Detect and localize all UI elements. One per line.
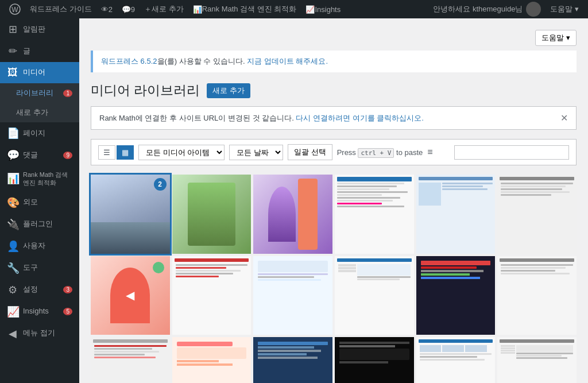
media-item[interactable] [172,175,252,254]
media-item[interactable] [172,337,252,383]
media-item[interactable] [335,256,414,335]
media-item[interactable]: ◀ [91,256,170,335]
plus-icon: ＋ [144,4,152,14]
sidebar-item-insights[interactable]: 📈 Insights 5 [0,301,79,323]
visit-icon: 👁 [101,5,109,14]
admin-bar: W 워드프레스 가이드 👁 2 💬 9 ＋ 새로 추가 📊 Rank Math … [0,0,588,18]
media-item[interactable] [335,337,414,383]
sidebar-label-comments: 댓글 [23,150,38,160]
sidebar-label-users: 사용자 [23,241,45,251]
sidebar-label-media: 미디어 [23,68,45,78]
sidebar-item-pages[interactable]: 📄 페이지 [0,122,79,144]
paste-keys: ctrl + V [358,148,394,158]
update-now-link[interactable]: 지금 업데이트 해주세요. [247,57,328,65]
media-item[interactable] [497,337,577,383]
wp-version-link[interactable]: 워드프레스 6.5.2 [101,57,157,65]
media-item[interactable] [416,175,496,254]
sidebar-collapse-button[interactable]: ◀ 메뉴 접기 [0,323,79,345]
sidebar-label-rankmath: Rank Math 검색 엔진 최적화 [23,171,72,187]
comment-count-item[interactable]: 💬 9 [117,0,140,18]
site-name-item[interactable]: 워드프레스 가이드 [25,0,96,18]
media-item[interactable] [253,175,332,254]
media-item[interactable] [253,337,332,383]
adminbar-right: 안녕하세요 kthemeguide님 도움말 ▾ [428,0,583,18]
submenu-library[interactable]: 라이브러리 1 [0,83,79,103]
sidebar-item-comments[interactable]: 💬 댓글 9 [0,144,79,166]
settings-icon: ⚙ [7,284,18,296]
sidebar-label-collapse: 메뉴 접기 [23,328,55,338]
press-label: Press [337,148,356,157]
sidebar-item-posts[interactable]: ✏ 글 [0,40,79,62]
sidebar-label-plugins: 플러그인 [23,219,53,229]
comments-icon: 💬 [7,149,18,161]
media-date-filter[interactable]: 모든 날짜 [229,145,283,160]
rankmath-notice-close[interactable]: ✕ [560,113,568,123]
dashboard-icon: ⊞ [7,23,18,36]
appearance-icon: 🎨 [7,196,18,209]
new-content-item[interactable]: ＋ 새로 추가 [140,0,188,18]
sidebar-label-appearance: 외모 [23,198,38,207]
rankmath-label: Rank Math 검색 엔진 최적화 [202,4,297,14]
sidebar-label-pages: 페이지 [23,129,45,138]
media-item[interactable] [172,256,252,335]
submenu-add-new[interactable]: 새로 추가 [0,103,79,122]
grid-view-button[interactable]: ▦ [117,145,134,160]
sidebar-item-plugins[interactable]: 🔌 플러그인 [0,214,79,235]
sidebar-item-users[interactable]: 👤 사용자 [0,235,79,257]
media-item[interactable]: 2 [91,175,170,254]
media-item[interactable] [335,175,414,254]
media-type-filter[interactable]: 모든 미디어 아이템 [138,145,225,160]
rankmath-sidebar-icon: 📊 [7,172,18,185]
sidebar-item-settings[interactable]: ⚙ 설정 3 [0,279,79,301]
add-new-button[interactable]: 새로 추가 [207,83,250,98]
media-item[interactable] [416,337,496,383]
wp-logo-item[interactable]: W [5,0,25,18]
media-item[interactable] [497,256,577,335]
rankmath-reconnect-link[interactable]: 다시 연결하려면 여기를 클릭하십시오. [296,114,423,122]
users-icon: 👤 [7,240,18,253]
sidebar-item-dashboard[interactable]: ⊞ 알림판 [0,18,79,40]
visit-count-item[interactable]: 👁 2 [96,0,117,18]
collapse-icon: ◀ [7,327,18,340]
posts-icon: ✏ [7,45,18,57]
comments-badge: 9 [63,152,72,159]
rankmath-adminbar-item[interactable]: 📊 Rank Math 검색 엔진 최적화 [188,0,301,18]
help-button[interactable]: 도움말 ▾ [535,30,577,46]
media-item[interactable] [416,256,496,335]
sidebar-item-appearance[interactable]: 🎨 외모 [0,192,79,214]
sidebar-item-tools[interactable]: 🔧 도구 [0,257,79,279]
media-submenu: 라이브러리 1 새로 추가 [0,83,79,122]
media-search-input[interactable] [454,145,569,160]
insights-sidebar-icon: 📈 [7,305,18,318]
library-label: 라이브러리 [16,88,53,98]
sidebar-label-tools: 도구 [23,263,38,273]
sidebar-item-media[interactable]: 🖼 미디어 [0,62,79,83]
select-all-button[interactable]: 일괄 선택 [288,144,332,160]
plugins-icon: 🔌 [7,218,18,231]
user-greeting-text: 안녕하세요 kthemeguide님 [433,4,523,14]
insights-badge: 5 [63,308,72,315]
help-button[interactable]: 도움말 ▾ [546,0,583,18]
rankmath-icon: 📊 [193,5,202,14]
insights-adminbar-item[interactable]: 📈 Insights [301,0,345,18]
list-view-button[interactable]: ☰ [98,145,115,160]
rankmath-notice: Rank Math에 연결한 후 사이트 URL이 변경된 것 같습니다. 다시… [91,106,577,130]
comment-count: 9 [131,5,135,14]
svg-text:W: W [11,6,18,14]
view-toggle: ☰ ▦ [98,145,134,160]
tools-icon: 🔧 [7,262,18,274]
filter-icon[interactable]: ≡ [427,147,432,157]
page-header: 미디어 라이브러리 새로 추가 [91,82,577,99]
sidebar-label-dashboard: 알림판 [23,25,45,34]
sidebar: ⊞ 알림판 ✏ 글 🖼 미디어 라이브러리 1 새로 추가 📄 페이지 [0,18,79,383]
pages-icon: 📄 [7,127,18,140]
sidebar-item-rankmath[interactable]: 📊 Rank Math 검색 엔진 최적화 [0,166,79,192]
media-item[interactable] [91,337,170,383]
help-bar: 도움말 ▾ [91,30,577,46]
media-item[interactable] [253,256,332,335]
user-greeting[interactable]: 안녕하세요 kthemeguide님 [428,0,546,18]
visit-count: 2 [109,5,113,14]
site-name-label: 워드프레스 가이드 [30,4,92,14]
sidebar-label-insights: Insights [23,307,49,316]
media-item[interactable] [497,175,577,254]
